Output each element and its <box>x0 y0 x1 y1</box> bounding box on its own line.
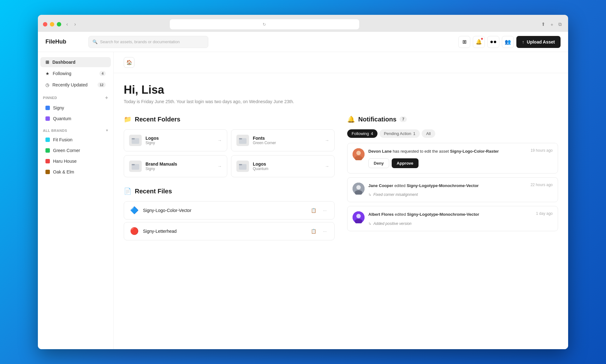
upload-label: Upload Asset <box>527 39 555 44</box>
right-column: 🔔 Notifications 7 Following 4 <box>347 115 558 240</box>
notifications-section-header: 🔔 Notifications 7 <box>347 115 558 123</box>
file-name: Signy-Letterhead <box>143 229 305 234</box>
sidebar-label-following: Following <box>53 71 71 76</box>
sidebar-item-dashboard[interactable]: ⊞ Dashboard <box>40 57 111 67</box>
notification-card-devon-lane: Devon Lane has requested to edit the ass… <box>347 143 558 173</box>
folder-card-logos-quantum[interactable]: Logos Quantum → <box>231 155 335 177</box>
file-row-signy-logo-color-vector[interactable]: 🔷 Signy-Logo-Color-Vector 📋 ··· <box>124 201 335 220</box>
svg-point-15 <box>356 214 361 218</box>
brands-chevron-icon[interactable]: ▾ <box>106 128 108 132</box>
maximize-window-button[interactable] <box>57 22 61 26</box>
tab-following[interactable]: Following 4 <box>347 129 377 138</box>
new-tab-button[interactable]: + <box>549 20 555 28</box>
folder-info-logos-quantum: Logos Quantum <box>253 161 321 171</box>
recently-updated-badge: 12 <box>98 82 106 87</box>
file-more-button[interactable]: ··· <box>320 227 329 236</box>
team-button[interactable]: 👥 <box>502 36 514 48</box>
sidebar-item-recently-updated[interactable]: ◷ Recently Updated 12 <box>40 80 111 90</box>
notifications-button[interactable]: 🔔 <box>473 36 485 48</box>
notif-text-1: Devon Lane has requested to edit the ass… <box>368 148 527 155</box>
share-button[interactable]: ⬆ <box>540 20 547 28</box>
folder-card-logos-signy[interactable]: Logos Signy → <box>124 129 227 151</box>
user-avatar-button[interactable]: ●● <box>487 36 499 48</box>
pinned-section-header: Pinned + <box>38 91 113 102</box>
notif-asset-1: Signy-Logo-Color-Raster <box>450 149 499 154</box>
quantum-dot <box>45 116 50 121</box>
folder-card-brand-manuals[interactable]: Brand Manuals Signy → <box>124 155 227 177</box>
files-title: Recent Files <box>135 188 172 195</box>
folder-info-fonts: Fonts Green Corner <box>253 136 321 145</box>
minimize-window-button[interactable] <box>50 22 54 26</box>
windows-button[interactable]: ⧉ <box>557 20 563 28</box>
notif-text-3: Albert Flores edited Signy-Logotype-Mono… <box>368 211 532 218</box>
notif-avatar-devon <box>353 148 365 160</box>
grid-view-button[interactable]: ⊞ <box>458 36 470 48</box>
recent-files-list: 🔷 Signy-Logo-Color-Vector 📋 ··· 🔴 <box>124 201 335 240</box>
deny-button[interactable]: Deny <box>368 158 389 168</box>
sidebar-item-haru-house[interactable]: Haru House <box>40 156 111 166</box>
back-button[interactable]: ‹ <box>65 20 69 28</box>
sidebar-item-fit-fusion[interactable]: Fit Fusion <box>40 135 111 144</box>
sidebar: ⊞ Dashboard ★ Following 4 ◷ Recently Upd… <box>38 52 114 349</box>
sidebar-item-signy[interactable]: Signy <box>40 103 111 113</box>
haru-house-label: Haru House <box>53 159 77 164</box>
notif-edit-msg-2: Fixed corner misalignment <box>373 192 418 197</box>
pinned-label: Pinned <box>43 96 57 100</box>
add-pin-button[interactable]: + <box>105 95 108 101</box>
folder-icon-logos-quantum <box>236 161 249 172</box>
folder-icon-logos-signy <box>129 135 142 146</box>
address-bar[interactable]: ↻ <box>170 19 359 29</box>
file-row-signy-letterhead[interactable]: 🔴 Signy-Letterhead 📋 ··· <box>124 222 335 240</box>
sidebar-item-green-corner[interactable]: Green Corner <box>40 146 111 155</box>
browser-chrome: ‹ › ↻ ⬆ + ⧉ <box>38 15 568 29</box>
folder-arrow-icon: → <box>325 138 329 143</box>
tab-all[interactable]: All <box>422 129 435 138</box>
upload-asset-button[interactable]: ↑ Upload Asset <box>516 36 561 48</box>
folder-brand: Quantum <box>253 167 321 171</box>
close-window-button[interactable] <box>43 22 47 26</box>
grid-icon: ⊞ <box>462 39 466 45</box>
file-copy-button[interactable]: 📋 <box>309 227 318 236</box>
notif-time-1: 19 hours ago <box>531 148 553 153</box>
sidebar-item-oak-elm[interactable]: Oak & Elm <box>40 167 111 177</box>
breadcrumb: 🏠 <box>114 52 568 73</box>
folder-info-brand-manuals: Brand Manuals Signy <box>146 161 214 171</box>
notif-time-3: 1 day ago <box>536 211 553 216</box>
app-content: FileHub 🔍 Search for assets, brands or d… <box>38 32 568 349</box>
tab-following-label: Following <box>352 131 369 136</box>
content-area: Hi, Lisa Today is Friday June 25th. Your… <box>114 73 568 250</box>
breadcrumb-home-button[interactable]: 🏠 <box>124 57 134 68</box>
notif-time-2: 22 hours ago <box>531 183 553 187</box>
notif-avatar-jane <box>353 183 365 195</box>
file-actions: 📋 ··· <box>309 206 329 215</box>
file-more-button[interactable]: ··· <box>320 206 329 215</box>
all-brands-section-header: All Brands ▾ <box>38 125 113 134</box>
sidebar-item-quantum[interactable]: Quantum <box>40 114 111 123</box>
signy-label: Signy <box>53 105 64 110</box>
sidebar-item-following[interactable]: ★ Following 4 <box>40 68 111 79</box>
svg-point-12 <box>356 185 361 190</box>
file-copy-button[interactable]: 📋 <box>309 206 318 215</box>
svg-point-9 <box>356 151 361 155</box>
approve-button[interactable]: Approve <box>392 158 419 168</box>
folder-grid: Logos Signy → <box>124 129 335 177</box>
tab-pending-action[interactable]: Pending Action 1 <box>379 129 420 138</box>
header-actions: ⊞ 🔔 ●● 👥 ↑ Upload Asset <box>458 36 561 48</box>
notif-action-3: edited <box>395 212 407 217</box>
oak-elm-label: Oak & Elm <box>53 169 74 174</box>
search-bar[interactable]: 🔍 Search for assets, brands or documenta… <box>88 36 208 48</box>
reply-icon-2: ↳ <box>368 192 371 197</box>
notif-avatar-albert <box>353 211 365 223</box>
folder-arrow-icon: → <box>217 138 222 143</box>
file-actions: 📋 ··· <box>309 227 329 236</box>
svg-rect-1 <box>132 138 135 139</box>
upload-icon: ↑ <box>522 39 524 44</box>
svg-rect-7 <box>239 164 242 165</box>
notification-card-albert-flores: Albert Flores edited Signy-Logotype-Mono… <box>347 206 558 231</box>
folder-card-fonts-green-corner[interactable]: Fonts Green Corner → <box>231 129 335 151</box>
folder-icon-fonts <box>236 135 249 146</box>
forward-button[interactable]: › <box>73 20 77 28</box>
search-icon: 🔍 <box>92 39 98 44</box>
app-logo: FileHub <box>45 38 83 45</box>
greeting-subtitle: Today is Friday June 25th. Your last log… <box>124 99 558 104</box>
